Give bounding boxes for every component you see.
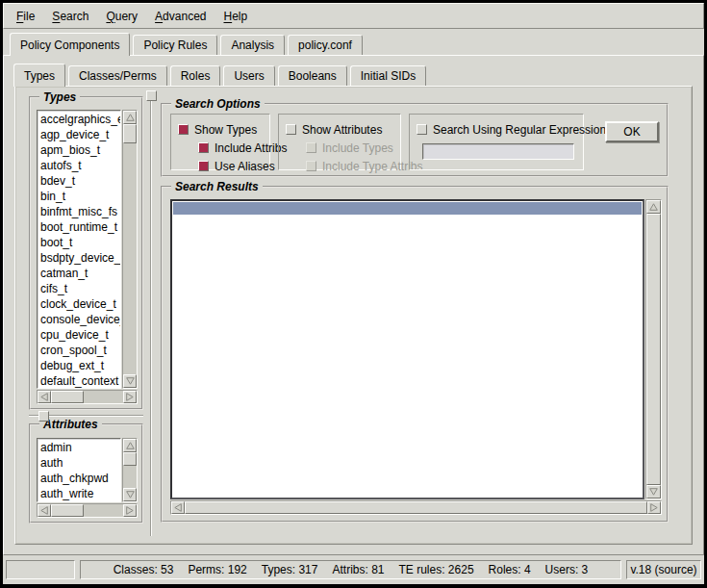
list-item[interactable]: auth_write <box>40 486 120 501</box>
menu-help-mnemonic: H <box>223 10 232 23</box>
menu-advanced-label: dvanced <box>163 10 206 23</box>
include-attribs-checkbox[interactable]: Include Attribs <box>198 139 269 157</box>
scrollbar-thumb[interactable] <box>51 391 84 403</box>
menu-help-label: elp <box>232 10 247 23</box>
attributes-listbox[interactable]: admin auth auth_chkpwd auth_write <box>37 438 121 502</box>
list-item[interactable]: admin <box>40 440 120 455</box>
list-item[interactable]: autofs_t <box>40 158 120 173</box>
results-horizontal-scrollbar[interactable] <box>170 500 662 515</box>
list-item[interactable]: boot_runtime_t <box>40 219 120 235</box>
types-vertical-scrollbar[interactable] <box>122 110 138 389</box>
component-tab-bar: Types Classes/Perms Roles Users Booleans… <box>4 56 703 86</box>
scrollbar-track[interactable] <box>123 466 137 488</box>
scroll-down-icon[interactable] <box>123 488 137 501</box>
list-item[interactable]: cpu_device_t <box>40 327 120 343</box>
tab-analysis[interactable]: Analysis <box>220 35 285 55</box>
list-item[interactable]: apm_bios_t <box>40 142 120 158</box>
menu-advanced[interactable]: Advanced <box>146 7 215 26</box>
scrollbar-thumb[interactable] <box>646 214 661 485</box>
policy-components-panel: Types Classes/Perms Roles Users Booleans… <box>3 55 704 555</box>
regex-option-group: Search Using Regular Expression <box>409 114 584 170</box>
list-item[interactable]: accelgraphics_e <box>40 112 120 127</box>
tab-policy-components[interactable]: Policy Components <box>10 33 130 56</box>
menu-file[interactable]: File <box>8 7 43 26</box>
search-results-textarea[interactable] <box>170 199 644 499</box>
search-options-groupbox: Search Options Show Types Include Attrib… <box>161 103 669 177</box>
tab-roles[interactable]: Roles <box>170 65 221 86</box>
list-item[interactable]: catman_t <box>40 266 120 281</box>
tab-booleans[interactable]: Booleans <box>278 65 347 86</box>
attributes-horizontal-scrollbar[interactable] <box>37 503 138 518</box>
scroll-left-icon[interactable] <box>38 504 51 517</box>
regex-input[interactable] <box>422 143 574 160</box>
list-item[interactable]: auth_chkpwd <box>40 471 120 486</box>
list-item[interactable]: cron_spool_t <box>40 343 120 358</box>
menu-query[interactable]: Query <box>97 7 146 26</box>
status-version-cell: v.18 (source) <box>626 560 701 579</box>
scroll-down-icon[interactable] <box>646 485 661 499</box>
show-attributes-option-group: Show Attributes Include Types Include Ty… <box>278 114 401 170</box>
tab-initial-sids[interactable]: Initial SIDs <box>350 65 426 86</box>
scrollbar-track[interactable] <box>123 143 137 374</box>
status-empty-cell <box>6 560 75 579</box>
scroll-up-icon[interactable] <box>123 111 137 124</box>
menu-search[interactable]: Search <box>43 7 97 26</box>
scroll-up-icon[interactable] <box>646 200 661 214</box>
results-vertical-scrollbar[interactable] <box>645 199 662 499</box>
scrollbar-thumb[interactable] <box>123 452 137 466</box>
search-results-title: Search Results <box>171 180 263 193</box>
tab-policy-conf[interactable]: policy.conf <box>288 35 363 55</box>
use-aliases-label: Use Aliases <box>215 160 275 173</box>
vertical-sash[interactable] <box>147 87 156 544</box>
list-item[interactable]: bsdpty_device_ <box>40 250 120 266</box>
show-types-label: Show Types <box>194 123 257 137</box>
list-item[interactable]: bin_t <box>40 189 120 204</box>
tab-users[interactable]: Users <box>223 65 274 86</box>
scroll-right-icon[interactable] <box>647 501 661 514</box>
list-item[interactable]: bdev_t <box>40 173 120 189</box>
list-item[interactable]: default_context <box>40 373 120 389</box>
menu-query-mnemonic: Q <box>106 10 114 23</box>
types-horizontal-scrollbar[interactable] <box>37 390 138 404</box>
use-aliases-checkbox[interactable]: Use Aliases <box>198 157 269 175</box>
regex-checkbox[interactable]: Search Using Regular Expression <box>417 120 575 139</box>
show-types-checkbox[interactable]: Show Types <box>178 120 269 139</box>
list-item[interactable]: debug_ext_t <box>40 358 120 373</box>
checkbox-unchecked-icon <box>286 124 296 135</box>
scrollbar-thumb[interactable] <box>51 504 84 517</box>
scrollbar-thumb[interactable] <box>185 501 647 514</box>
scrollbar-thumb[interactable] <box>123 124 137 143</box>
status-stats-cell: Classes: 53 Perms: 192 Types: 317 Attrib… <box>80 560 621 579</box>
scroll-down-icon[interactable] <box>123 374 137 388</box>
scroll-up-icon[interactable] <box>123 439 137 452</box>
list-item[interactable]: auth <box>40 455 120 471</box>
menu-help[interactable]: Help <box>215 7 256 26</box>
sash-handle[interactable] <box>38 411 49 422</box>
scroll-left-icon[interactable] <box>38 391 51 403</box>
types-listbox[interactable]: accelgraphics_e agp_device_t apm_bios_t … <box>37 110 121 389</box>
list-item[interactable]: agp_device_t <box>40 127 120 142</box>
list-item[interactable]: binfmt_misc_fs <box>40 204 120 219</box>
app-window: File Search Query Advanced Help Policy C… <box>0 0 707 588</box>
scroll-left-icon[interactable] <box>171 501 185 514</box>
attributes-vertical-scrollbar[interactable] <box>122 438 138 502</box>
scrollbar-track[interactable] <box>84 504 123 517</box>
types-groupbox: Types accelgraphics_e agp_device_t apm_b… <box>29 96 143 410</box>
tab-classes-perms[interactable]: Classes/Perms <box>68 65 167 86</box>
menu-advanced-mnemonic: A <box>155 10 163 23</box>
show-attributes-checkbox[interactable]: Show Attributes <box>286 120 400 139</box>
list-item[interactable]: console_device_ <box>40 312 120 327</box>
list-item[interactable]: clock_device_t <box>40 296 120 312</box>
search-options-title: Search Options <box>171 97 265 111</box>
status-perms: Perms: 192 <box>188 563 246 576</box>
scrollbar-track[interactable] <box>84 391 123 403</box>
types-tab-panel: Types accelgraphics_e agp_device_t apm_b… <box>14 86 693 545</box>
scroll-right-icon[interactable] <box>123 391 137 403</box>
tab-policy-rules[interactable]: Policy Rules <box>133 35 217 55</box>
list-item[interactable]: cifs_t <box>40 281 120 296</box>
sash-handle[interactable] <box>146 90 157 101</box>
tab-types[interactable]: Types <box>13 64 65 87</box>
ok-button[interactable]: OK <box>605 121 659 142</box>
list-item[interactable]: boot_t <box>40 235 120 250</box>
scroll-right-icon[interactable] <box>123 504 137 517</box>
